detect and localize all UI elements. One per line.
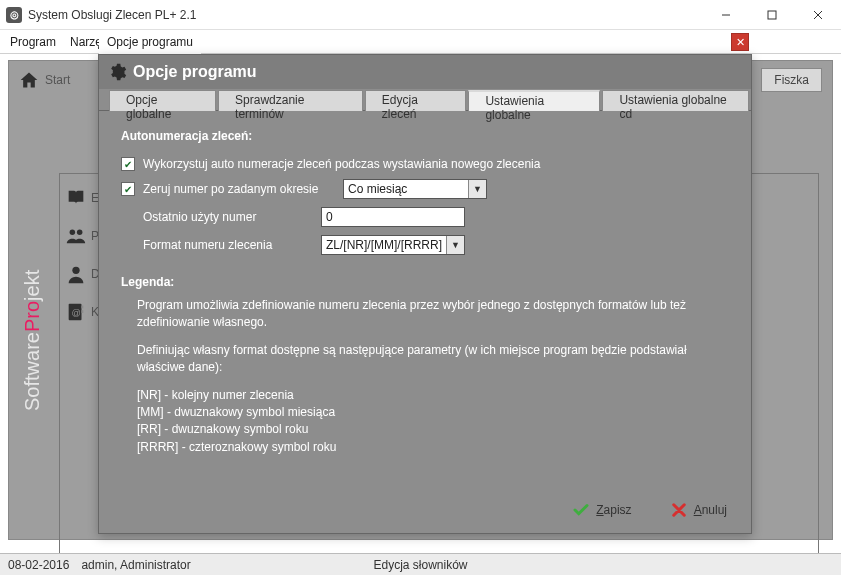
svg-rect-1 [768, 11, 776, 19]
legend-nr: [NR] - kolejny numer zlecenia [137, 387, 729, 404]
legend-title: Legenda: [121, 275, 729, 289]
legend-rrrr: [RRRR] - czteroznakowy symbol roku [137, 439, 729, 456]
label-last-used: Ostatnio użyty numer [143, 210, 321, 224]
legend-text: Program umożliwia zdefiniowanie numeru z… [121, 297, 729, 456]
minimize-button[interactable] [703, 0, 749, 30]
dialog-title: Opcje programu [133, 63, 257, 81]
row-last-used: Ostatnio użyty numer 0 [121, 207, 729, 227]
tab-ustawienia-globalne[interactable]: Ustawienia globalne [468, 90, 600, 111]
menu-program[interactable]: Program [6, 33, 66, 51]
addressbook-icon: @ [65, 301, 87, 323]
breadcrumb: Opcje programu [99, 30, 201, 54]
cancel-button[interactable]: Anuluj [664, 497, 733, 523]
select-format-value: ZL/[NR]/[MM]/[RRRR] [326, 238, 442, 252]
legend-rr: [RR] - dwuznakowy symbol roku [137, 421, 729, 438]
cancel-label-rest: nuluj [702, 503, 727, 517]
window-title: System Obslugi Zlecen PL+ 2.1 [28, 8, 196, 22]
options-dialog: Opcje programu Opcje globalne Sprawdzani… [98, 54, 752, 534]
cross-icon [670, 501, 688, 519]
home-icon [19, 70, 39, 90]
select-period[interactable]: Co miesiąc ▼ [343, 179, 487, 199]
legend-p2: Definiując własny format dostępne są nas… [137, 342, 729, 377]
section-autonumeracja: Autonumeracja zleceń: [121, 129, 729, 143]
app-icon: ◎ [6, 7, 22, 23]
svg-point-5 [77, 230, 83, 236]
titlebar: ◎ System Obslugi Zlecen PL+ 2.1 [0, 0, 841, 30]
check-icon [572, 501, 590, 519]
statusbar: 08-02-2016 admin, Administrator Edycja s… [0, 553, 841, 575]
svg-point-4 [70, 230, 76, 236]
label-auto-number: Wykorzystuj auto numeracje zleceń podcza… [143, 157, 540, 171]
dialog-header: Opcje programu [99, 55, 751, 89]
fiszka-button[interactable]: Fiszka [761, 68, 822, 92]
checkbox-auto-number[interactable] [121, 157, 135, 171]
dialog-buttons: Zapisz Anuluj [566, 497, 733, 523]
tab-opcje-globalne[interactable]: Opcje globalne [109, 90, 216, 111]
status-user: admin, Administrator [81, 558, 190, 572]
people-icon [65, 225, 87, 247]
dialog-body: Autonumeracja zleceń: Wykorzystuj auto n… [99, 111, 751, 497]
maximize-button[interactable] [749, 0, 795, 30]
branding: SoftwareProjekt [21, 270, 44, 411]
svg-rect-9 [82, 310, 84, 313]
gear-icon [107, 62, 127, 82]
checkbox-reset-period[interactable] [121, 182, 135, 196]
input-last-used[interactable]: 0 [321, 207, 465, 227]
window-controls [703, 0, 841, 30]
status-center: Edycja słowników [373, 558, 467, 572]
tab-ustawienia-globalne-cd[interactable]: Ustawienia globalne cd [602, 90, 749, 111]
tab-sprawdzanie-terminow[interactable]: Sprawdzanie terminów [218, 90, 363, 111]
toolbar-start-label[interactable]: Start [45, 73, 70, 87]
select-format[interactable]: ZL/[NR]/[MM]/[RRRR] ▼ [321, 235, 465, 255]
person-icon [65, 263, 87, 285]
row-format: Format numeru zlecenia ZL/[NR]/[MM]/[RRR… [121, 235, 729, 255]
legend-p1: Program umożliwia zdefiniowanie numeru z… [137, 297, 729, 332]
label-format: Format numeru zlecenia [143, 238, 321, 252]
row-auto-number: Wykorzystuj auto numeracje zleceń podcza… [121, 157, 729, 171]
svg-text:@: @ [71, 308, 80, 318]
save-button[interactable]: Zapisz [566, 497, 637, 523]
chevron-down-icon: ▼ [468, 180, 486, 198]
label-reset-period: Zeruj numer po zadanym okresie [143, 182, 343, 196]
save-label-rest: apisz [604, 503, 632, 517]
tab-close-button[interactable]: ✕ [731, 33, 749, 51]
books-icon [65, 187, 87, 209]
svg-rect-8 [82, 306, 84, 309]
dialog-tabs: Opcje globalne Sprawdzanie terminów Edyc… [99, 89, 751, 111]
legend-mm: [MM] - dwuznakowy symbol miesiąca [137, 404, 729, 421]
select-period-value: Co miesiąc [348, 182, 407, 196]
input-last-used-value: 0 [326, 210, 333, 224]
chevron-down-icon: ▼ [446, 236, 464, 254]
menubar: Program Narzę Opcje programu ✕ [0, 30, 841, 54]
row-reset-period: Zeruj numer po zadanym okresie Co miesią… [121, 179, 729, 199]
svg-point-6 [72, 267, 79, 274]
tab-edycja-zlecen[interactable]: Edycja zleceń [365, 90, 467, 111]
status-date: 08-02-2016 [8, 558, 69, 572]
close-button[interactable] [795, 0, 841, 30]
